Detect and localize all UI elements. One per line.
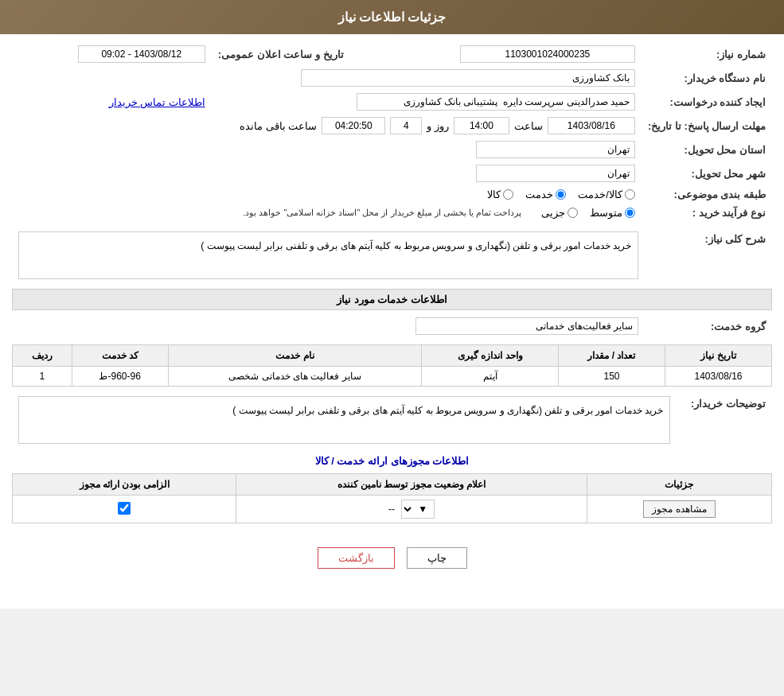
license-table: جزئیات اعلام وضعیت مجوز توسط نامین کننده… — [12, 473, 772, 523]
view-license-button[interactable]: مشاهده مجوز — [643, 500, 715, 518]
jozii-label: جزیی — [541, 207, 565, 219]
group-input[interactable] — [415, 317, 638, 335]
ijad-konande-input[interactable] — [357, 93, 635, 111]
buyer-desc-text: خرید خدمات امور برقی و تلفن (نگهداری و س… — [232, 405, 663, 416]
services-table: تاریخ نیاز تعداد / مقدار واحد اندازه گیر… — [12, 344, 772, 387]
col-elam-vaziat: اعلام وضعیت مجوز توسط نامین کننده — [236, 474, 587, 496]
sharh-text: خرید خدمات امور برقی و تلفن (نگهداری و س… — [201, 240, 631, 251]
main-content: شماره نیاز: تاریخ و ساعت اعلان عمومی: نا… — [0, 34, 784, 585]
col-vahed: واحد اندازه گیری — [422, 345, 559, 367]
shomare-niaz-input[interactable] — [460, 45, 635, 63]
ostan-value — [12, 138, 642, 161]
tabaqe-label: طبقه بندی موضوعی: — [642, 185, 772, 204]
page-container: جزئیات اطلاعات نیاز شماره نیاز: تاریخ و … — [0, 0, 784, 609]
sharh-box: خرید خدمات امور برقی و تلفن (نگهداری و س… — [18, 231, 638, 279]
saat-label: ساعت — [514, 120, 543, 132]
ijad-konande-value — [212, 90, 642, 114]
nam-dastgah-value — [12, 66, 642, 90]
shomare-niaz-row: شماره نیاز: تاریخ و ساعت اعلان عمومی: — [12, 42, 772, 66]
tabaqe-radio-group: کالا/خدمت خدمت کالا — [18, 189, 635, 200]
buyer-desc-box: خرید خدمات امور برقی و تلفن (نگهداری و س… — [18, 396, 670, 444]
group-label: گروه خدمت: — [645, 314, 772, 338]
mohlat-roz-input[interactable] — [390, 117, 422, 134]
mohlat-saat-input[interactable] — [454, 117, 509, 134]
nam-dastgah-input[interactable] — [301, 69, 635, 87]
group-khedmat-table: گروه خدمت: — [12, 314, 772, 338]
shahr-input[interactable] — [476, 165, 635, 182]
col-radif: ردیف — [13, 345, 72, 367]
kala-khedmat-label: کالا/خدمت — [578, 189, 622, 200]
shomare-niaz-label: شماره نیاز: — [642, 42, 772, 66]
print-button[interactable]: چاپ — [407, 547, 467, 569]
col-elzam: الزامی بودن ارائه مجوز — [13, 474, 236, 496]
buyer-desc-value: خرید خدمات امور برقی و تلفن (نگهداری و س… — [12, 393, 677, 447]
license-row: مشاهده مجوز ▼ -- — [13, 496, 772, 523]
page-header: جزئیات اطلاعات نیاز — [0, 0, 784, 34]
noe-farayand-label: نوع فرآیند خرید : — [642, 204, 772, 222]
tabaqe-value: کالا/خدمت خدمت کالا — [12, 185, 642, 204]
sharh-label: شرح کلی نیاز: — [645, 228, 772, 282]
bottom-buttons: چاپ بازگشت — [12, 539, 772, 577]
nam-dastgah-label: نام دستگاه خریدار: — [642, 66, 772, 90]
ostan-label: استان محل تحویل: — [642, 138, 772, 161]
sharh-value: خرید خدمات امور برقی و تلفن (نگهداری و س… — [12, 228, 645, 282]
group-khedmat-row: گروه خدمت: — [12, 314, 772, 338]
radio-kala-khedmat[interactable]: کالا/خدمت — [578, 189, 635, 200]
back-button[interactable]: بازگشت — [318, 547, 395, 569]
ijad-konande-label: ایجاد کننده درخواست: — [642, 90, 772, 114]
sharh-section: شرح کلی نیاز: خرید خدمات امور برقی و تلف… — [12, 228, 772, 282]
radio-motaset[interactable]: متوسط — [590, 207, 635, 219]
farayand-note: پرداخت تمام یا بخشی از مبلغ خریدار از مح… — [243, 208, 521, 218]
shahr-value — [12, 161, 642, 185]
buyer-desc-section: توضیحات خریدار: خرید خدمات امور برقی و ت… — [12, 393, 772, 447]
shomare-niaz-value — [374, 42, 642, 66]
nam-dastgah-row: نام دستگاه خریدار: — [12, 66, 772, 90]
shahr-label: شهر محل تحویل: — [642, 161, 772, 185]
elzam-checkbox[interactable] — [118, 502, 131, 515]
buyer-desc-label: توضیحات خریدار: — [677, 393, 772, 447]
license-table-header: جزئیات اعلام وضعیت مجوز توسط نامین کننده… — [13, 474, 772, 496]
col-kod-khedmat: کد خدمت — [72, 345, 168, 367]
license-status-select[interactable]: ▼ — [401, 500, 435, 519]
tabaqe-row: طبقه بندی موضوعی: کالا/خدمت خدمت — [12, 185, 772, 204]
shahr-row: شهر محل تحویل: — [12, 161, 772, 185]
kala-label: کالا — [487, 189, 501, 200]
sharh-row: شرح کلی نیاز: خرید خدمات امور برقی و تلف… — [12, 228, 772, 282]
ijad-konande-row: ایجاد کننده درخواست: اطلاعات تماس خریدار — [12, 90, 772, 114]
services-table-header: تاریخ نیاز تعداد / مقدار واحد اندازه گیر… — [13, 345, 772, 367]
ostan-row: استان محل تحویل: — [12, 138, 772, 161]
roz-label: روز و — [427, 120, 449, 132]
col-tarikh-niaz: تاریخ نیاز — [665, 345, 771, 367]
radio-kala[interactable]: کالا — [487, 189, 513, 200]
noe-farayand-row: نوع فرآیند خرید : متوسط جزیی پرداخت — [12, 204, 772, 222]
col-tedad: تعداد / مقدار — [559, 345, 665, 367]
ostan-input[interactable] — [476, 141, 635, 158]
motaset-label: متوسط — [590, 207, 622, 219]
mohlat-date-input[interactable] — [548, 117, 635, 134]
group-value — [12, 314, 645, 338]
page-title: جزئیات اطلاعات نیاز — [338, 10, 447, 24]
tarikh-elan-label: تاریخ و ساعت اعلان عمومی: — [212, 42, 350, 66]
top-info-table: شماره نیاز: تاریخ و ساعت اعلان عمومی: نا… — [12, 42, 772, 222]
radio-jozii[interactable]: جزیی — [541, 207, 578, 219]
licenses-section-link[interactable]: اطلاعات مجوزهای ارائه خدمت / کالا — [12, 455, 772, 467]
noe-farayand-radio-group: متوسط جزیی پرداخت تمام یا بخشی از مبلغ خ… — [18, 207, 635, 219]
mohlat-label: مهلت ارسال پاسخ: تا تاریخ: — [642, 114, 772, 138]
col-joziyat: جزئیات — [587, 474, 771, 496]
noe-farayand-value: متوسط جزیی پرداخت تمام یا بخشی از مبلغ خ… — [12, 204, 642, 222]
col-nam-khedmat: نام خدمت — [168, 345, 422, 367]
mohlat-value: ساعت روز و ساعت باقی مانده — [12, 114, 642, 138]
tarikh-elan-input[interactable] — [78, 45, 205, 63]
remaining-label: ساعت باقی مانده — [240, 120, 317, 132]
ijad-konande-link-cell: اطلاعات تماس خریدار — [12, 90, 212, 114]
radio-khedmat[interactable]: خدمت — [525, 189, 566, 200]
khadamat-section-title: اطلاعات خدمات مورد نیاز — [12, 289, 772, 310]
deadline-row: ساعت روز و ساعت باقی مانده — [18, 117, 635, 134]
buyer-desc-row: توضیحات خریدار: خرید خدمات امور برقی و ت… — [12, 393, 772, 447]
khedmat-label: خدمت — [525, 189, 553, 200]
tarikh-elan-value — [12, 42, 212, 66]
mohlat-remaining-input[interactable] — [322, 117, 385, 134]
contact-info-link[interactable]: اطلاعات تماس خریدار — [109, 96, 205, 108]
table-row: 1403/08/16 150 آیتم سایر فعالیت های خدما… — [13, 367, 772, 387]
mohlat-row: مهلت ارسال پاسخ: تا تاریخ: ساعت روز و سا… — [12, 114, 772, 138]
